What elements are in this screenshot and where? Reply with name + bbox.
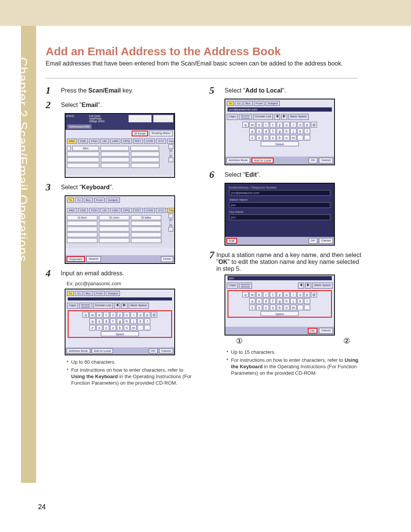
key[interactable]: r [263, 122, 269, 128]
cancel-button[interactable]: Cancel [159, 348, 173, 353]
key[interactable]: _ [304, 135, 310, 141]
back-space-button[interactable]: Back Space [312, 283, 333, 289]
alpha-tab[interactable]: IJK [100, 208, 109, 213]
key[interactable]: a [249, 298, 255, 304]
scroll-up-icon[interactable]: ↑ [169, 214, 173, 218]
key[interactable]: m [290, 305, 296, 310]
favorites-tab[interactable]: Favorites [167, 139, 175, 144]
key[interactable]: n [284, 135, 290, 141]
key[interactable]: z [249, 305, 255, 310]
address-book-button[interactable]: Address Book [226, 158, 250, 163]
key[interactable]: f [110, 318, 116, 324]
alpha-tab[interactable]: LMN [110, 139, 120, 144]
key[interactable]: o [297, 292, 303, 297]
scroll-down-icon[interactable]: ↓ [169, 158, 173, 162]
key[interactable]: i [290, 122, 296, 128]
space-key[interactable]: Space [101, 331, 139, 336]
key[interactable]: . [297, 305, 303, 310]
key[interactable]: d [103, 318, 109, 324]
key[interactable]: u [284, 292, 290, 297]
input-field[interactable]: pcc [228, 276, 332, 280]
alpha-tab[interactable]: CDE [78, 208, 88, 213]
key[interactable]: m [131, 325, 137, 331]
key[interactable]: t [110, 312, 116, 318]
key[interactable]: g [117, 318, 123, 324]
key[interactable]: h [124, 318, 130, 324]
key[interactable]: x [256, 135, 262, 141]
key[interactable]: @ [311, 122, 317, 128]
cursor-right-button[interactable] [305, 283, 311, 289]
add-to-local-button[interactable]: Add to Local [252, 158, 274, 163]
key[interactable]: . [297, 135, 303, 141]
key[interactable]: w [89, 312, 96, 318]
key[interactable]: a [89, 318, 96, 324]
key[interactable]: r [263, 292, 269, 297]
key[interactable]: b [117, 325, 123, 331]
contact-entry[interactable]: ☒ Mike [131, 215, 161, 220]
key[interactable]: e [96, 312, 102, 318]
key[interactable]: f [270, 128, 276, 134]
key[interactable]: d [263, 298, 269, 304]
key[interactable]: c [263, 305, 269, 310]
key[interactable]: s [256, 128, 262, 134]
key[interactable]: p [144, 312, 150, 318]
subject-tab[interactable]: Subject [106, 198, 120, 203]
routing-menu-button[interactable]: Routing Menu [149, 131, 173, 136]
key[interactable]: @ [311, 292, 317, 297]
field-value[interactable]: pcc [229, 214, 330, 220]
caps-button[interactable]: Caps [227, 114, 238, 120]
edit-button[interactable]: Edit [226, 238, 237, 244]
key[interactable]: c [103, 325, 109, 331]
numeric-symbols-button[interactable]: Numeric/ Symbols [79, 303, 92, 309]
input-field[interactable] [68, 297, 172, 300]
cc-tab[interactable]: Cc [75, 198, 83, 203]
to-tab[interactable]: To [67, 291, 74, 296]
bcc-tab[interactable]: Bcc [244, 101, 252, 106]
ok-button[interactable]: OK [309, 158, 318, 163]
key[interactable]: e [256, 292, 262, 297]
key[interactable]: y [277, 122, 283, 128]
alpha-tab[interactable]: #AD [67, 139, 77, 144]
cursor-left-button[interactable] [298, 283, 304, 289]
alpha-tab[interactable]: CDE [78, 139, 88, 144]
cursor-left-button[interactable] [114, 303, 120, 309]
bcc-tab[interactable]: Bcc [84, 198, 92, 203]
key[interactable]: h [284, 298, 290, 304]
close-button[interactable]: Close [161, 256, 173, 262]
key[interactable]: z [249, 135, 255, 141]
domain-list-button[interactable]: Domain List [93, 303, 113, 309]
key[interactable]: l [304, 128, 310, 134]
address-book-button[interactable]: Address Book [128, 115, 152, 123]
scroll-up-icon[interactable]: ↑ [169, 144, 173, 149]
search-button[interactable]: Search [86, 256, 100, 262]
email-button[interactable]: ☒ Email [132, 131, 148, 136]
key[interactable]: @ [151, 312, 157, 318]
key[interactable]: . [137, 325, 143, 331]
space-key[interactable]: Space [261, 141, 299, 146]
key[interactable]: l [304, 298, 310, 304]
subject-tab[interactable]: Subject [266, 101, 280, 106]
cancel-button[interactable]: Cancel [319, 158, 333, 163]
key[interactable]: x [96, 325, 102, 331]
key[interactable]: z [89, 325, 96, 331]
key[interactable]: j [131, 318, 137, 324]
key[interactable]: o [297, 122, 303, 128]
field-value[interactable]: pcc [229, 202, 330, 208]
key[interactable]: _ [144, 325, 150, 331]
alpha-tab[interactable]: UVW [144, 208, 155, 213]
favorites-tab[interactable]: Favorites [167, 208, 175, 213]
key[interactable]: k [137, 318, 143, 324]
domain-list-button[interactable]: Domain List [253, 114, 273, 120]
key[interactable]: i [290, 292, 296, 297]
from-tab[interactable]: From [94, 291, 105, 296]
basic-menu-button[interactable]: Basic Menu [153, 115, 174, 123]
back-space-button[interactable]: Back Space [129, 303, 149, 309]
key[interactable]: v [270, 135, 276, 141]
key[interactable]: b [277, 135, 283, 141]
contact-entry[interactable]: ☒ Bob [67, 215, 97, 220]
alpha-tab[interactable]: UVW [144, 139, 155, 144]
key[interactable]: j [290, 128, 296, 134]
key[interactable]: w [249, 122, 255, 128]
key[interactable]: x [256, 305, 262, 310]
to-tab[interactable]: To [227, 101, 234, 106]
